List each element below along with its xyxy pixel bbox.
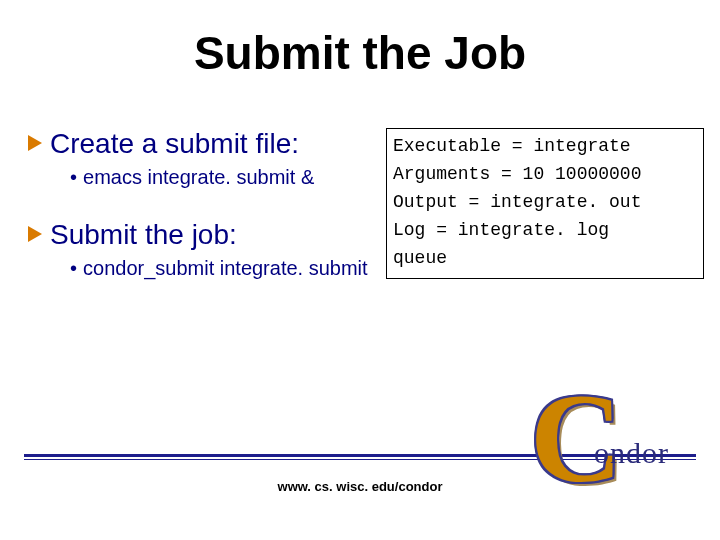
submit-file-contents: Executable = integrate Arguments = 10 10…: [386, 128, 704, 279]
slide-title: Submit the Job: [0, 26, 720, 80]
bullet-dot-icon: •: [70, 257, 77, 279]
bullet-dot-icon: •: [70, 166, 77, 188]
sub-bullet-condor-submit: •condor_submit integrate. submit: [70, 257, 368, 280]
sub-bullet-label: condor_submit integrate. submit: [83, 257, 368, 279]
bullet-create-submit-file: Create a submit file:: [28, 128, 368, 160]
bullet-label: Create a submit file:: [50, 128, 299, 159]
condor-logo: C ondor: [526, 382, 696, 502]
slide: Submit the Job Create a submit file: •em…: [0, 0, 720, 540]
slide-body: Create a submit file: •emacs integrate. …: [28, 128, 368, 310]
code-line: Log = integrate. log: [393, 217, 697, 245]
code-line: Executable = integrate: [393, 133, 697, 161]
arrow-icon: [28, 226, 42, 242]
code-line: queue: [393, 245, 697, 273]
code-line: Arguments = 10 10000000: [393, 161, 697, 189]
sub-bullet-emacs: •emacs integrate. submit &: [70, 166, 368, 189]
bullet-submit-job: Submit the job:: [28, 219, 368, 251]
arrow-icon: [28, 135, 42, 151]
logo-text-ondor: ondor: [594, 436, 669, 470]
code-line: Output = integrate. out: [393, 189, 697, 217]
bullet-label: Submit the job:: [50, 219, 237, 250]
sub-bullet-label: emacs integrate. submit &: [83, 166, 314, 188]
